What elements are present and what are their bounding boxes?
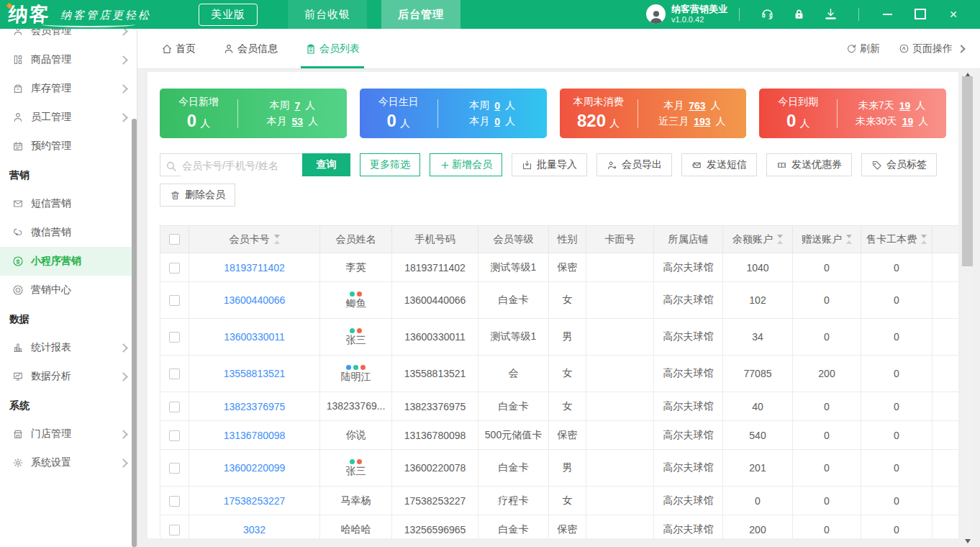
primary-toolbar-button[interactable]: 新增会员 (430, 153, 502, 176)
member-gender: 男 (549, 319, 586, 356)
nav-front-cashier[interactable]: 前台收银 (288, 0, 367, 29)
card-fee: 0 (861, 253, 933, 282)
miniprogram-icon (12, 256, 24, 267)
avatar[interactable] (646, 4, 666, 24)
content-scrollbar[interactable] (961, 69, 974, 547)
chevron-right-icon (119, 430, 128, 439)
row-checkbox[interactable] (169, 263, 180, 274)
tab-actions: 刷新 页面操作 (827, 42, 964, 55)
sidebar-item[interactable]: 库存管理 (0, 74, 137, 103)
select-all-checkbox[interactable] (169, 234, 180, 245)
refresh-button[interactable]: 刷新 (846, 42, 880, 55)
row-checkbox[interactable] (169, 369, 180, 379)
member-card-link[interactable]: 13136780098 (224, 430, 286, 441)
stat-line-value-link[interactable]: 0 (494, 100, 500, 112)
close-button[interactable]: × (947, 8, 960, 21)
toolbar-button[interactable]: 删除会员 (160, 184, 235, 207)
filler-cell (933, 319, 959, 356)
maximize-button[interactable] (914, 8, 927, 21)
toolbar-button[interactable]: 批量导入 (512, 153, 587, 176)
sidebar-item[interactable]: 营销中心 (0, 276, 137, 304)
sidebar-item[interactable]: 统计报表 (0, 333, 137, 362)
nav-back-admin[interactable]: 后台管理 (381, 0, 460, 29)
headset-icon[interactable] (761, 7, 774, 21)
sidebar-item[interactable]: 小程序营销 (0, 247, 137, 276)
app-window: 纳客 纳客管店更轻松 美业版 前台收银 后台管理 纳客营销美业 v1.0.0.4… (0, 0, 980, 547)
stat-line-value-link[interactable]: 53 (292, 116, 304, 127)
row-checkbox[interactable] (169, 525, 180, 535)
member-level: 白金卡 (478, 450, 549, 487)
row-checkbox[interactable] (169, 332, 180, 343)
page-ops-label: 页面操作 (912, 42, 953, 55)
sort-control[interactable] (921, 235, 927, 244)
member-card-link[interactable]: 13558813521 (224, 368, 286, 379)
member-card-link[interactable]: 13600220099 (224, 462, 286, 474)
member-card-link[interactable]: 13600440066 (224, 294, 286, 306)
scroll-down-arrow[interactable] (961, 535, 974, 547)
primary-toolbar-button[interactable]: 更多筛选 (360, 153, 420, 176)
member-card-link[interactable]: 3032 (243, 524, 266, 535)
chevron-right-icon (119, 29, 128, 35)
sidebar-item[interactable]: 数据分析 (0, 362, 137, 391)
sidebar-item[interactable]: 短信营销 (0, 189, 137, 218)
row-checkbox[interactable] (169, 402, 180, 412)
search-input[interactable] (181, 154, 301, 177)
stat-line-value-link[interactable]: 7 (294, 100, 300, 112)
sidebar-item[interactable]: 微信营销 (0, 218, 137, 247)
member-card-link[interactable]: 13823376975 (224, 401, 286, 412)
sidebar-item[interactable]: 会员管理 (0, 29, 137, 45)
row-checkbox[interactable] (169, 496, 180, 507)
stat-title: 今日到期 (759, 96, 837, 109)
page-ops-button[interactable]: 页面操作 (899, 42, 964, 55)
sidebar-item-label: 小程序营销 (31, 255, 127, 268)
stat-line: 未来30天19人 (856, 115, 928, 128)
row-checkbox[interactable] (169, 430, 180, 441)
tab[interactable]: 会员列表 (305, 29, 360, 68)
row-checkbox[interactable] (169, 463, 180, 474)
member-name: 马幸杨 (320, 495, 391, 506)
stat-title: 本周未消费 (560, 96, 638, 109)
stat-line-value-link[interactable]: 19 (899, 100, 911, 112)
scrollbar-thumb[interactable] (962, 76, 973, 266)
stat-line-value-link[interactable]: 19 (902, 116, 914, 127)
stat-line-label: 本周 (269, 99, 289, 112)
sort-control[interactable] (274, 235, 280, 244)
member-card-link[interactable]: 17538253227 (224, 495, 286, 507)
toolbar-button[interactable]: 会员导出 (596, 153, 672, 176)
table-row: 13136780098你说13136780098500元储值卡保密高尔夫球馆54… (160, 421, 959, 450)
wechat-icon (12, 227, 24, 238)
stat-line-value-link[interactable]: 193 (694, 116, 710, 127)
download-icon[interactable] (824, 7, 838, 21)
member-store: 高尔夫球馆 (654, 392, 723, 421)
row-checkbox[interactable] (169, 295, 180, 306)
stat-line-value-link[interactable]: 763 (689, 100, 705, 112)
sidebar-item[interactable]: 商品管理 (0, 45, 137, 74)
tag-dot-teal (350, 459, 355, 464)
sidebar-item[interactable]: 系统设置 (0, 448, 137, 477)
member-card-link[interactable]: 13600330011 (224, 331, 285, 343)
filler-cell (933, 282, 959, 319)
sidebar-item[interactable]: 员工管理 (0, 103, 137, 132)
edition-badge[interactable]: 美业版 (199, 4, 258, 26)
sidebar-item[interactable]: 门店管理 (0, 420, 137, 448)
stat-line-unit: 人 (716, 115, 726, 128)
sort-control[interactable] (846, 235, 852, 244)
minimize-button[interactable] (881, 8, 894, 21)
tab[interactable]: 会员信息 (223, 29, 278, 68)
lock-icon[interactable] (793, 8, 805, 21)
goods-icon (12, 54, 24, 65)
toolbar-button[interactable]: 会员标签 (861, 153, 937, 176)
member-card-link[interactable]: 18193711402 (224, 262, 285, 274)
sort-control[interactable] (777, 235, 783, 244)
user-meta: 纳客营销美业 v1.0.0.42 (671, 4, 727, 24)
members-icon (12, 29, 24, 37)
sidebar-scrollbar[interactable] (132, 119, 137, 547)
tab[interactable]: 首页 (161, 29, 196, 68)
toolbar-button[interactable]: 发送短信 (681, 153, 757, 176)
search-button[interactable]: 查询 (302, 153, 350, 176)
sidebar-item[interactable]: 预约管理 (0, 132, 137, 161)
member-name-cell: 你说 (320, 421, 392, 450)
toolbar-button[interactable]: 发送优惠券 (766, 153, 852, 176)
tag-icon (871, 160, 882, 171)
stat-line-value-link[interactable]: 0 (494, 116, 500, 127)
